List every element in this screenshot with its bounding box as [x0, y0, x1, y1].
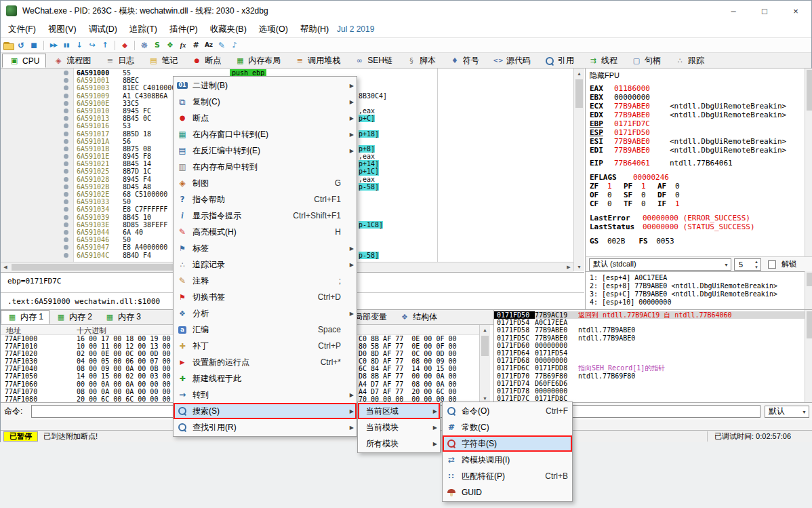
cpu-flag[interactable]: IF 1: [657, 199, 691, 208]
stack-row[interactable]: 0171FD68 00000000: [494, 357, 805, 364]
column-header-address[interactable]: 地址: [6, 326, 21, 336]
cpu-flag[interactable]: SF 0: [624, 191, 657, 199]
submenu-item[interactable]: 命令(O) Ctrl+F: [443, 403, 572, 419]
toolbar-icon[interactable]: [16, 40, 26, 51]
view-tab[interactable]: 跟踪: [668, 54, 711, 68]
eip-row[interactable]: EIP 77B64061 ntdll.77B64061: [590, 159, 803, 168]
stack-row[interactable]: 0171FD6C 0171FDD8 指向SEH_Record[1]的指针: [494, 364, 805, 372]
context-menu-item[interactable]: 复制(C) ▶: [174, 94, 357, 110]
close-button[interactable]: ×: [780, 1, 811, 21]
view-tab[interactable]: 笔记: [141, 54, 184, 68]
eflags-row[interactable]: EFLAGS 00000246: [590, 173, 803, 182]
toolbar-icon[interactable]: [61, 40, 72, 51]
toolbar-icon[interactable]: [139, 40, 150, 51]
cpu-flag[interactable]: OF 0: [590, 191, 624, 199]
context-menu-item[interactable]: 制图 G ▶: [174, 175, 357, 191]
toolbar-icon[interactable]: [119, 40, 130, 51]
scroll-left-button[interactable]: [1, 262, 10, 272]
menubar-item[interactable]: 收藏夹(B): [204, 21, 253, 37]
breakpoint-dot[interactable]: [64, 177, 68, 182]
context-menu-item[interactable]: 搜索(S) ▶: [174, 403, 357, 419]
register-row[interactable]: EDI 77B9ABE0 <ntdll.DbgUiRemoteBreakin>: [590, 146, 803, 155]
toolbar-icon[interactable]: [115, 41, 115, 50]
column-header-hex[interactable]: 十六进制: [77, 326, 106, 336]
submenu-item[interactable]: 字符串(S): [443, 435, 572, 452]
context-menu-item[interactable]: 切换书签 Ctrl+D ▶: [174, 289, 357, 305]
menubar-item[interactable]: 帮助(H): [294, 21, 335, 37]
cpu-flag[interactable]: DF 0: [657, 191, 691, 199]
breakpoint-dot[interactable]: [64, 71, 68, 75]
command-type-select[interactable]: 默认: [765, 406, 809, 418]
stack-row[interactable]: 0171FD70 77B69F80 ntdll.77B69F80: [494, 372, 805, 380]
bottom-tab[interactable]: 内存 3: [98, 310, 147, 324]
scroll-up-button[interactable]: [480, 325, 490, 334]
menubar-item[interactable]: 选项(O): [253, 21, 294, 37]
submenu-item[interactable]: 跨模块调用(I): [443, 452, 572, 468]
view-tab[interactable]: 引用: [537, 54, 581, 68]
memory-scrollbar[interactable]: [479, 325, 490, 403]
minimize-button[interactable]: –: [718, 1, 749, 21]
hide-fpu-button[interactable]: 隐藏FPU: [590, 71, 803, 81]
view-tab[interactable]: 符号: [443, 54, 486, 68]
view-tab[interactable]: 日志: [98, 54, 141, 68]
toolbar-icon[interactable]: [203, 40, 214, 51]
context-menu-item[interactable]: 标签 ▶: [174, 240, 357, 256]
breakpoint-dot[interactable]: [64, 123, 68, 128]
context-menu-item[interactable]: 查找引用(R) ▶: [174, 419, 357, 435]
toolbar-icon[interactable]: [229, 40, 240, 51]
breakpoint-dot[interactable]: [64, 199, 68, 204]
context-menu-item[interactable]: 高亮模式(H) H ▶: [174, 224, 357, 240]
scroll-thumb[interactable]: [807, 273, 812, 286]
cpu-flag[interactable]: TF 0: [624, 199, 657, 208]
scroll-thumb[interactable]: [807, 311, 812, 338]
scroll-down-button[interactable]: [574, 262, 584, 271]
view-tab[interactable]: 句柄: [624, 54, 668, 68]
stack-row[interactable]: 0171FD78 00000000: [494, 387, 805, 395]
register-row[interactable]: ESI 77B9ABE0 <ntdll.DbgUiRemoteBreakin>: [590, 137, 803, 146]
cpu-flag[interactable]: PF 1: [624, 182, 657, 191]
scroll-thumb[interactable]: [481, 336, 489, 356]
stack-row[interactable]: 0171FD60 00000000: [494, 342, 805, 349]
context-menu-item[interactable]: 分析 ▶: [174, 305, 357, 321]
context-menu-item[interactable]: 二进制(B) ▶: [174, 77, 357, 94]
context-menu-item[interactable]: 显示指令提示 Ctrl+Shift+F1 ▶: [174, 208, 357, 224]
context-menu-item[interactable]: 在内存布局中转到 ▶: [174, 159, 357, 175]
context-menu-item[interactable]: 转到 ▶: [174, 387, 357, 403]
register-row[interactable]: ESP 0171FD50: [590, 128, 803, 137]
maximize-button[interactable]: □: [749, 1, 780, 21]
bottom-tab[interactable]: 内存 2: [49, 310, 98, 324]
register-row[interactable]: EAX 01186000: [590, 84, 803, 93]
scroll-thumb[interactable]: [807, 70, 812, 111]
register-row[interactable]: EDX 77B9ABE0 <ntdll.DbgUiRemoteBreakin>: [590, 111, 803, 119]
breakpoint-dot[interactable]: [64, 146, 68, 151]
breakpoint-dot[interactable]: [64, 192, 68, 197]
unlock-checkbox[interactable]: [768, 260, 776, 269]
breakpoint-dot[interactable]: [64, 94, 68, 98]
breakpoint-dot[interactable]: [64, 161, 68, 166]
stack-row[interactable]: 0171FD64 0171FD54: [494, 349, 805, 357]
context-menu-item[interactable]: 在反汇编中转到(E) ▶: [174, 142, 357, 159]
breakpoint-dot[interactable]: [64, 230, 68, 235]
calling-convention-select[interactable]: 默认 (stdcall): [589, 258, 731, 271]
toolbar-icon[interactable]: [87, 40, 98, 51]
breakpoint-dot[interactable]: [64, 237, 68, 242]
breakpoint-dot[interactable]: [64, 245, 68, 250]
arg-depth-spinner[interactable]: 5: [734, 258, 761, 271]
context-menu-item[interactable]: 设置新的运行点 Ctrl+* ▶: [174, 354, 357, 370]
toolbar-icon[interactable]: [152, 40, 163, 51]
view-tab[interactable]: 源代码: [486, 54, 537, 68]
context-menu-item[interactable]: 在内存窗口中转到(E) ▶: [174, 126, 357, 142]
arguments-pane[interactable]: 1: [esp+4] A0C17EEA 2: [esp+8] 77B9ABE0 …: [585, 271, 812, 309]
cpu-flag[interactable]: CF 0: [590, 199, 624, 208]
stack-pane[interactable]: 0171FD50 77B9AC19 返回到 ntdll.77B9AC19 自 n…: [493, 310, 805, 403]
toolbar-icon[interactable]: [178, 40, 188, 51]
scroll-right-button[interactable]: [564, 262, 573, 272]
breakpoint-dot[interactable]: [64, 85, 68, 90]
breakpoint-dot[interactable]: [64, 184, 68, 189]
submenu-item[interactable]: 当前模块 ▶: [358, 419, 440, 435]
disasm-vertical-scrollbar[interactable]: [573, 69, 584, 271]
submenu-item[interactable]: 所有模块 ▶: [358, 435, 440, 452]
menubar-item[interactable]: 插件(P): [163, 21, 204, 37]
arguments-scrollbar[interactable]: [805, 271, 812, 309]
toolbar-icon[interactable]: [100, 40, 110, 51]
